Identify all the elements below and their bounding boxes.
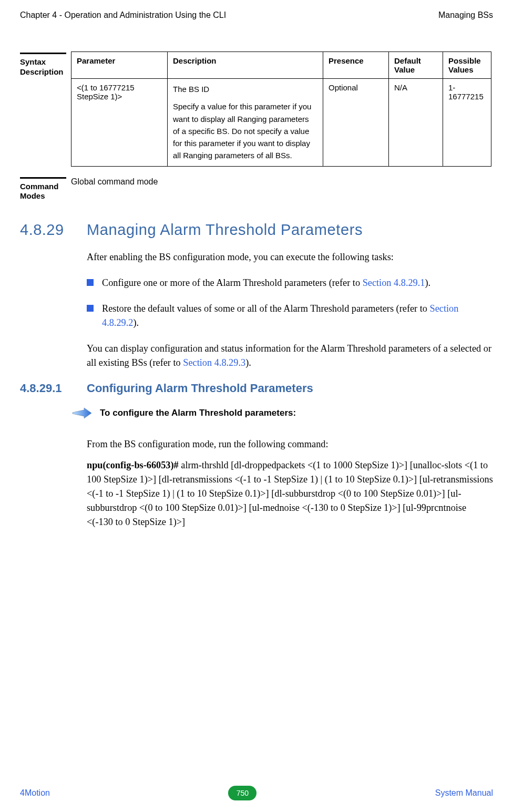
- bullet-2: Restore the default values of some or al…: [87, 302, 493, 330]
- command-modes-l2: Modes: [20, 191, 71, 201]
- bullet-2-text-c: ).: [133, 317, 139, 328]
- col-description: Description: [168, 52, 323, 79]
- section-4-8-29-title: Managing Alarm Threshold Parameters: [87, 221, 363, 239]
- command-modes-value: Global command mode: [71, 176, 158, 187]
- col-default: Default Value: [389, 52, 443, 79]
- table-header-row: Parameter Description Presence Default V…: [71, 52, 491, 79]
- cell-desc-line2: Specify a value for this parameter if yo…: [173, 100, 317, 161]
- bullet-square-icon: [87, 279, 94, 286]
- command-prompt: npu(config-bs-66053)#: [87, 460, 181, 470]
- cell-default: N/A: [389, 79, 443, 167]
- command-modes-l1: Command: [20, 182, 71, 192]
- header-left: Chapter 4 - Operation and Administration…: [20, 11, 226, 20]
- footer-right: System Manual: [435, 788, 493, 798]
- cell-description: The BS ID Specify a value for this param…: [168, 79, 323, 167]
- section-4-8-29-1-title: Configuring Alarm Threshold Parameters: [87, 382, 313, 395]
- cell-possible: 1-16777215: [443, 79, 491, 167]
- page-footer: 4Motion 750 System Manual: [20, 786, 493, 800]
- col-presence: Presence: [323, 52, 389, 79]
- link-section-4-8-29-3[interactable]: Section 4.8.29.3: [183, 357, 245, 368]
- sec29-para2: You can display configuration and status…: [87, 342, 493, 370]
- section-4-8-29-number: 4.8.29: [20, 221, 87, 239]
- footer-left: 4Motion: [20, 788, 50, 798]
- bullet-1: Configure one or more of the Alarm Thres…: [87, 276, 493, 290]
- bullet-2-text-a: Restore the default values of some or al…: [102, 303, 430, 314]
- header-right: Managing BSs: [438, 11, 493, 20]
- svg-marker-0: [73, 408, 91, 418]
- col-parameter: Parameter: [71, 52, 168, 79]
- to-configure-heading: To configure the Alarm Threshold paramet…: [100, 408, 296, 418]
- syntax-label-line2: Description: [20, 67, 71, 77]
- section-4-8-29-1-number: 4.8.29.1: [20, 382, 87, 395]
- bullet-1-text-a: Configure one or more of the Alarm Thres…: [102, 277, 363, 288]
- bullet-square-icon: [87, 305, 94, 312]
- col-possible: Possible Values: [443, 52, 491, 79]
- syntax-description-label: Syntax Description: [20, 52, 71, 77]
- sec29-p2-a: You can display configuration and status…: [87, 343, 491, 368]
- arrow-right-icon: [71, 407, 93, 419]
- table-row: <(1 to 16777215 StepSize 1)> The BS ID S…: [71, 79, 491, 167]
- syntax-table: Parameter Description Presence Default V…: [71, 52, 491, 167]
- cell-parameter: <(1 to 16777215 StepSize 1)>: [71, 79, 168, 167]
- run-command-text: From the BS configuration mode, run the …: [87, 437, 493, 451]
- cell-presence: Optional: [323, 79, 389, 167]
- sec29-p2-c: ).: [245, 357, 251, 368]
- page-number-pill: 750: [228, 786, 256, 800]
- syntax-label-line1: Syntax: [20, 57, 71, 67]
- sec29-intro: After enabling the BS configuration mode…: [87, 250, 493, 264]
- cell-desc-line1: The BS ID: [173, 83, 317, 95]
- command-modes-label: Command Modes: [20, 176, 71, 202]
- command-text: npu(config-bs-66053)# alrm-thrshld [dl-d…: [87, 458, 493, 529]
- link-section-4-8-29-1[interactable]: Section 4.8.29.1: [363, 277, 425, 288]
- bullet-1-text-c: ).: [425, 277, 430, 288]
